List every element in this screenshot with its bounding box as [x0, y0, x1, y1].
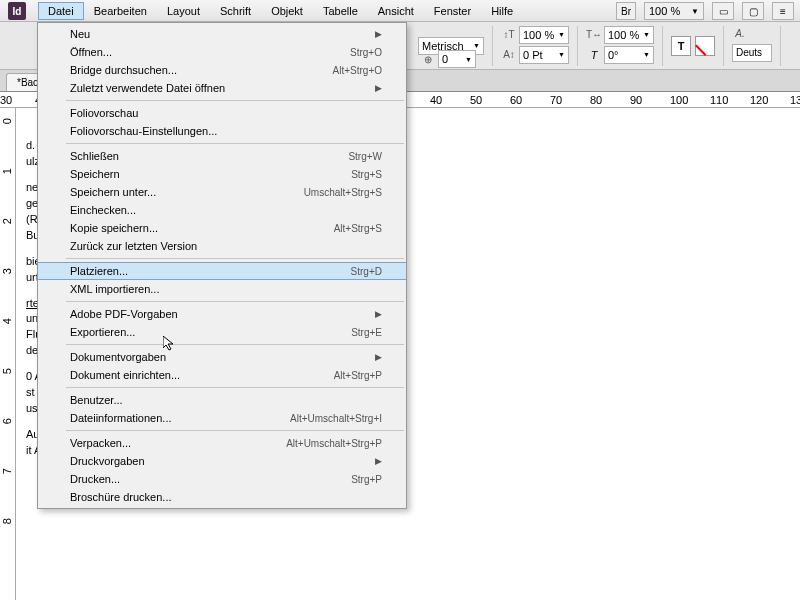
submenu-arrow-icon: ▶: [375, 29, 382, 39]
menu-item-zur-ck-zur-letzten-version[interactable]: Zurück zur letzten Version: [38, 237, 406, 255]
menu-label: Dokument einrichten...: [70, 369, 180, 381]
shortcut: Strg+S: [351, 169, 382, 180]
menu-schrift[interactable]: Schrift: [210, 2, 261, 20]
menu-separator: [66, 430, 404, 431]
menu-datei[interactable]: Datei: [38, 2, 84, 20]
menu-item-ffnen[interactable]: Öffnen...Strg+O: [38, 43, 406, 61]
menu-label: Einchecken...: [70, 204, 136, 216]
menu-item-einchecken: Einchecken...: [38, 201, 406, 219]
screen-mode-icon[interactable]: ▢: [742, 2, 764, 20]
shortcut: Umschalt+Strg+S: [304, 187, 382, 198]
menu-label: Verpacken...: [70, 437, 131, 449]
menu-separator: [66, 387, 404, 388]
menu-item-adobe-pdf-vorgaben[interactable]: Adobe PDF-Vorgaben▶: [38, 305, 406, 323]
menu-label: Bridge durchsuchen...: [70, 64, 177, 76]
shortcut: Strg+P: [351, 474, 382, 485]
app-icon: Id: [8, 2, 26, 20]
menu-item-verpacken[interactable]: Verpacken...Alt+Umschalt+Strg+P: [38, 434, 406, 452]
shortcut: Alt+Strg+S: [334, 223, 382, 234]
menu-label: Dateiinformationen...: [70, 412, 172, 424]
menu-item-zuletzt-verwendete-datei-ffnen[interactable]: Zuletzt verwendete Datei öffnen▶: [38, 79, 406, 97]
skew-input[interactable]: 0°▼: [604, 46, 654, 64]
submenu-arrow-icon: ▶: [375, 456, 382, 466]
arrange-icon[interactable]: ≡: [772, 2, 794, 20]
menu-label: Öffnen...: [70, 46, 112, 58]
menu-ansicht[interactable]: Ansicht: [368, 2, 424, 20]
menu-label: Zurück zur letzten Version: [70, 240, 197, 252]
menu-item-kopie-speichern[interactable]: Kopie speichern...Alt+Strg+S: [38, 219, 406, 237]
menu-item-foliovorschau[interactable]: Foliovorschau: [38, 104, 406, 122]
shortcut: Strg+E: [351, 327, 382, 338]
char-style-icon: A.: [732, 26, 748, 42]
shortcut: Alt+Umschalt+Strg+I: [290, 413, 382, 424]
submenu-arrow-icon: ▶: [375, 352, 382, 362]
menu-fenster[interactable]: Fenster: [424, 2, 481, 20]
menu-separator: [66, 100, 404, 101]
chevron-down-icon: ▼: [691, 7, 699, 16]
menu-objekt[interactable]: Objekt: [261, 2, 313, 20]
shortcut: Alt+Strg+P: [334, 370, 382, 381]
submenu-arrow-icon: ▶: [375, 83, 382, 93]
menu-label: Druckvorgaben: [70, 455, 145, 467]
baseline-icon: A↕: [501, 47, 517, 63]
menu-item-exportieren[interactable]: Exportieren...Strg+E: [38, 323, 406, 341]
scale-v-input[interactable]: 100 %▼: [604, 26, 654, 44]
menu-label: Zuletzt verwendete Datei öffnen: [70, 82, 225, 94]
menu-separator: [66, 344, 404, 345]
zoom-value: 100 %: [649, 5, 680, 17]
menu-item-druckvorgaben[interactable]: Druckvorgaben▶: [38, 452, 406, 470]
menu-item-speichern[interactable]: SpeichernStrg+S: [38, 165, 406, 183]
menu-item-neu[interactable]: Neu▶: [38, 25, 406, 43]
menu-label: Foliovorschau: [70, 107, 138, 119]
menu-label: Platzieren...: [70, 265, 128, 277]
submenu-arrow-icon: ▶: [375, 309, 382, 319]
shortcut: Strg+D: [351, 266, 382, 277]
menu-separator: [66, 143, 404, 144]
menu-separator: [66, 301, 404, 302]
shortcut: Strg+O: [350, 47, 382, 58]
menu-hilfe[interactable]: Hilfe: [481, 2, 523, 20]
menu-item-foliovorschau-einstellungen[interactable]: Foliovorschau-Einstellungen...: [38, 122, 406, 140]
menu-item-drucken[interactable]: Drucken...Strg+P: [38, 470, 406, 488]
scale-h-icon: ↕T: [501, 27, 517, 43]
menu-tabelle[interactable]: Tabelle: [313, 2, 368, 20]
menu-item-dateiinformationen[interactable]: Dateiinformationen...Alt+Umschalt+Strg+I: [38, 409, 406, 427]
menu-item-dokumentvorgaben[interactable]: Dokumentvorgaben▶: [38, 348, 406, 366]
scale-h-input[interactable]: 100 %▼: [519, 26, 569, 44]
menu-label: Dokumentvorgaben: [70, 351, 166, 363]
view-mode-icon[interactable]: ▭: [712, 2, 734, 20]
menu-item-schlie-en[interactable]: SchließenStrg+W: [38, 147, 406, 165]
menu-item-benutzer[interactable]: Benutzer...: [38, 391, 406, 409]
skew-icon: T: [586, 47, 602, 63]
menu-layout[interactable]: Layout: [157, 2, 210, 20]
fill-icon[interactable]: T: [671, 36, 691, 56]
vertical-ruler: 012345678: [0, 108, 16, 600]
menu-label: Foliovorschau-Einstellungen...: [70, 125, 217, 137]
menu-label: Speichern: [70, 168, 120, 180]
bridge-button[interactable]: Br: [616, 2, 636, 20]
menu-bearbeiten[interactable]: Bearbeiten: [84, 2, 157, 20]
shortcut: Alt+Umschalt+Strg+P: [286, 438, 382, 449]
lang-input[interactable]: Deuts: [732, 44, 772, 62]
menu-label: Broschüre drucken...: [70, 491, 172, 503]
x-input[interactable]: 0▼: [438, 50, 476, 68]
menu-item-brosch-re-drucken[interactable]: Broschüre drucken...: [38, 488, 406, 506]
menu-label: Adobe PDF-Vorgaben: [70, 308, 178, 320]
menu-item-platzieren[interactable]: Platzieren...Strg+D: [38, 262, 406, 280]
menu-separator: [66, 258, 404, 259]
top-right-tools: Br 100 % ▼ ▭ ▢ ≡: [616, 0, 794, 22]
menu-item-xml-importieren[interactable]: XML importieren...: [38, 280, 406, 298]
x-icon: ⊕: [420, 51, 436, 67]
menu-item-speichern-unter[interactable]: Speichern unter...Umschalt+Strg+S: [38, 183, 406, 201]
stroke-icon[interactable]: [695, 36, 715, 56]
menu-item-dokument-einrichten[interactable]: Dokument einrichten...Alt+Strg+P: [38, 366, 406, 384]
menu-label: Benutzer...: [70, 394, 123, 406]
menu-label: Neu: [70, 28, 90, 40]
shortcut: Alt+Strg+O: [333, 65, 382, 76]
baseline-input[interactable]: 0 Pt▼: [519, 46, 569, 64]
menu-label: Kopie speichern...: [70, 222, 158, 234]
zoom-level[interactable]: 100 % ▼: [644, 2, 704, 20]
menu-item-bridge-durchsuchen[interactable]: Bridge durchsuchen...Alt+Strg+O: [38, 61, 406, 79]
menu-label: Exportieren...: [70, 326, 135, 338]
menu-label: Speichern unter...: [70, 186, 156, 198]
